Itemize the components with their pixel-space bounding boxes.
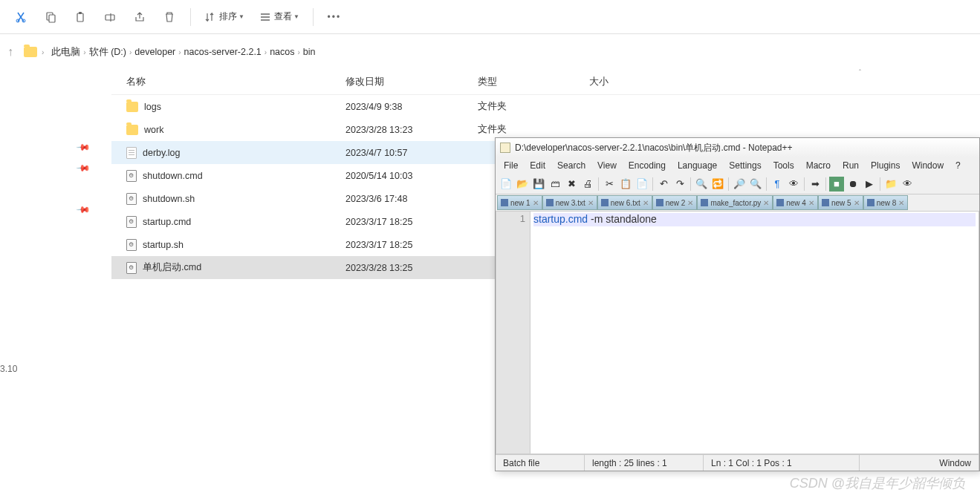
rename-button[interactable] — [97, 4, 123, 30]
file-name: 单机启动.cmd — [143, 261, 201, 274]
record-macro-icon[interactable]: ⏺ — [846, 177, 860, 192]
breadcrumb-segment[interactable]: nacos — [267, 45, 297, 59]
col-name[interactable]: 名称 — [111, 76, 345, 88]
replace-icon[interactable]: 🔁 — [710, 177, 725, 192]
npp-titlebar[interactable]: D:\developer\nacos-server-2.2.1\nacos\bi… — [496, 138, 979, 157]
menu-view[interactable]: View — [592, 159, 622, 172]
tab-close-icon[interactable]: ✕ — [588, 199, 594, 207]
tab-close-icon[interactable]: ✕ — [854, 199, 860, 207]
breadcrumb-segment[interactable]: 此电脑 — [48, 45, 83, 59]
menu-edit[interactable]: Edit — [525, 159, 551, 172]
editor-tab[interactable]: new 1✕ — [497, 195, 542, 210]
save-icon[interactable]: 💾 — [531, 177, 546, 192]
menu-plugins[interactable]: Plugins — [866, 159, 905, 172]
menu-run[interactable]: Run — [837, 159, 864, 172]
code-line[interactable]: startup.cmd -m standalone — [533, 213, 976, 226]
file-icon — [126, 147, 137, 159]
tab-close-icon[interactable]: ✕ — [687, 199, 693, 207]
folder-icon[interactable]: 📁 — [883, 177, 898, 192]
cmd-icon — [126, 262, 137, 274]
col-size[interactable]: 大小 — [589, 76, 663, 88]
code-area[interactable]: startup.cmd -m standalone — [530, 212, 979, 454]
file-row[interactable]: logs2023/4/9 9:38文件夹 — [111, 95, 980, 118]
cut-icon[interactable]: ✂ — [602, 177, 617, 192]
zoom-out-icon[interactable]: 🔍 — [748, 177, 763, 192]
editor-tab[interactable]: new 8✕ — [863, 195, 909, 210]
list-header[interactable]: 名称 ˆ 修改日期 类型 大小 — [111, 70, 980, 95]
separator — [880, 177, 880, 191]
open-file-icon[interactable]: 📂 — [515, 177, 530, 192]
paste-icon[interactable]: 📄 — [635, 177, 649, 192]
cut-button[interactable] — [7, 4, 34, 30]
tab-close-icon[interactable]: ✕ — [643, 199, 649, 207]
svg-rect-4 — [77, 13, 83, 22]
show-symbols-icon[interactable]: 👁 — [786, 177, 801, 192]
redo-icon[interactable]: ↷ — [672, 177, 687, 192]
editor-tab[interactable]: new 3.txt✕ — [542, 195, 597, 210]
cmd-icon — [126, 193, 137, 205]
editor-tab[interactable]: new 4✕ — [773, 195, 818, 210]
close-icon[interactable]: ✖ — [564, 177, 579, 192]
tab-label: new 8 — [877, 199, 897, 207]
copy-button[interactable] — [37, 4, 64, 30]
new-file-icon[interactable]: 📄 — [499, 177, 513, 192]
npp-menubar: FileEditSearchViewEncodingLanguageSettin… — [496, 157, 979, 174]
file-name: startup.cmd — [143, 217, 191, 227]
editor-tab[interactable]: new 6.txt✕ — [597, 195, 652, 210]
find-icon[interactable]: 🔍 — [694, 177, 709, 192]
share-button[interactable] — [126, 4, 153, 30]
status-filetype: Batch file — [496, 455, 585, 471]
line-gutter: 1 — [507, 212, 530, 454]
delete-button[interactable] — [156, 4, 183, 30]
col-date[interactable]: 修改日期 — [345, 76, 478, 88]
menu-language[interactable]: Language — [672, 159, 722, 172]
sort-button[interactable]: 排序 ▼ — [198, 4, 250, 30]
breadcrumb: ↑ › 此电脑›软件 (D:)›developer›nacos-server-2… — [0, 34, 980, 70]
breadcrumb-segment[interactable]: bin — [300, 45, 319, 59]
menu-encoding[interactable]: Encoding — [623, 159, 671, 172]
print-icon[interactable]: 🖨 — [580, 177, 595, 192]
breadcrumb-up-icon[interactable]: ↑ — [7, 45, 19, 59]
npp-editor[interactable]: 1 startup.cmd -m standalone — [496, 211, 979, 454]
editor-tab[interactable]: new 2✕ — [652, 195, 698, 210]
more-button[interactable]: ••• — [321, 4, 348, 30]
col-type[interactable]: 类型 — [478, 76, 589, 88]
undo-icon[interactable]: ↶ — [656, 177, 671, 192]
menu-macro[interactable]: Macro — [801, 159, 836, 172]
breadcrumb-segment[interactable]: developer — [132, 45, 178, 59]
indent-icon[interactable]: ➡ — [808, 177, 822, 192]
menu-?[interactable]: ? — [950, 159, 966, 172]
npp-statusbar: Batch file length : 25 lines : 1 Ln : 1 … — [496, 454, 979, 471]
tab-close-icon[interactable]: ✕ — [533, 199, 539, 207]
editor-tab[interactable]: new 5✕ — [818, 195, 863, 210]
save-all-icon[interactable]: 🗃 — [548, 177, 562, 192]
copy-icon[interactable]: 📋 — [618, 177, 633, 192]
menu-settings[interactable]: Settings — [724, 159, 766, 172]
menu-tools[interactable]: Tools — [768, 159, 799, 172]
tab-close-icon[interactable]: ✕ — [898, 199, 904, 207]
file-date: 2023/3/6 17:48 — [345, 194, 478, 204]
tab-file-icon — [501, 199, 508, 206]
breadcrumb-segment[interactable]: nacos-server-2.2.1 — [181, 45, 265, 59]
folder-icon — [126, 102, 138, 112]
menu-file[interactable]: File — [499, 159, 523, 172]
tab-close-icon[interactable]: ✕ — [763, 199, 769, 207]
tab-close-icon[interactable]: ✕ — [808, 199, 814, 207]
editor-tab[interactable]: make_factor.py✕ — [697, 195, 773, 210]
highlight-icon[interactable]: ■ — [829, 177, 844, 192]
view-label: 查看 — [274, 10, 292, 23]
menu-window[interactable]: Window — [906, 159, 949, 172]
breadcrumb-segment[interactable]: 软件 (D:) — [86, 45, 129, 59]
play-macro-icon[interactable]: ▶ — [862, 177, 877, 192]
monitor-icon[interactable]: 👁 — [900, 177, 915, 192]
tab-file-icon — [822, 199, 829, 206]
zoom-in-icon[interactable]: 🔎 — [732, 177, 747, 192]
menu-search[interactable]: Search — [552, 159, 591, 172]
paste-button[interactable] — [67, 4, 94, 30]
tab-label: new 3.txt — [556, 199, 585, 207]
tab-label: make_factor.py — [710, 199, 761, 207]
file-name: work — [144, 125, 163, 135]
view-button[interactable]: 查看 ▼ — [253, 4, 305, 30]
wrap-icon[interactable]: ¶ — [770, 177, 785, 192]
svg-rect-3 — [49, 15, 55, 22]
